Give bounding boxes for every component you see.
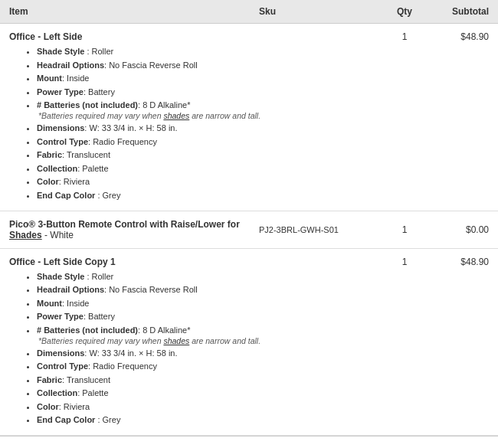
header-item: Item [9,6,259,17]
remote-subtotal: $0.00 [428,224,489,235]
detail-collection: Collection: Palette [37,387,489,401]
item-details: Shade Style : Roller Headrail Options: N… [9,270,489,428]
item-subtotal: $48.90 [428,31,489,42]
header-sku: Sku [259,6,382,17]
table-header: Item Sku Qty Subtotal [0,0,498,24]
totals-section: Subtotal $97.80 Shipping & Handling $3.8… [0,436,498,448]
detail-control-type: Control Type: Radio Frequency [37,360,489,374]
batteries-note: *Batteries required may vary when shades… [21,111,489,120]
detail-fabric: Fabric: Translucent [37,374,489,388]
detail-collection: Collection: Palette [37,162,489,176]
remote-qty: 1 [382,224,428,235]
detail-shade-style: Shade Style : Roller [37,45,489,59]
detail-fabric: Fabric: Translucent [37,149,489,162]
detail-cap-color: End Cap Color : Grey [37,414,489,427]
item-name: Office - Left Side [9,31,259,42]
detail-end-cap-color: End Cap Color : Grey [37,189,489,203]
detail-control-type: Control Type: Radio Frequency [37,136,489,149]
remote-sku: PJ2-3BRL-GWH-S01 [259,225,382,234]
item-qty: 1 [382,31,428,42]
detail-power-type: Power Type: Battery [37,86,489,100]
detail-headrail: Headrail Options: No Fascia Reverse Roll [37,59,489,73]
header-qty: Qty [382,6,428,17]
remote-item-name: Pico® 3-Button Remote Control with Raise… [9,219,259,240]
item-details: Shade Style : Roller Headrail Options: N… [9,45,489,203]
item-name: Office - Left Side Copy 1 [9,257,259,267]
detail-shade-style: Shade Style : Roller [37,270,489,284]
order-table: Item Sku Qty Subtotal Office - Left Side… [0,0,498,448]
table-row-remote: Pico® 3-Button Remote Control with Raise… [0,211,498,249]
detail-color: Color: Riviera [37,401,489,414]
table-row: Office - Left Side 1 $48.90 Shade Style … [0,24,498,211]
detail-color: Color: Riviera [37,175,489,189]
header-subtotal: Subtotal [428,6,489,17]
detail-dimensions: Dimensions: W: 33 3/4 in. × H: 58 in. [37,122,489,136]
detail-dimensions: Dimensions: W: 33 3/4 in. × H: 58 in. [37,347,489,361]
detail-power-type: Power Type: Battery [37,310,489,324]
item-subtotal: $48.90 [428,257,489,267]
batteries-note: *Batteries required may vary when shades… [21,336,489,345]
table-row: Office - Left Side Copy 1 1 $48.90 Shade… [0,249,498,437]
detail-headrail: Headrail Options: No Fascia Reverse Roll [37,283,489,297]
detail-mount: Mount: Inside [37,297,489,311]
detail-mount: Mount: Inside [37,72,489,86]
item-qty: 1 [382,257,428,267]
